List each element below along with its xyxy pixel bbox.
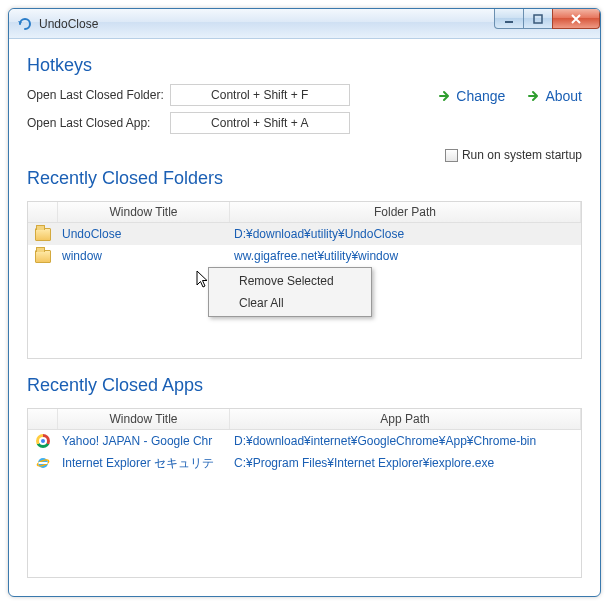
client-area: Hotkeys Open Last Closed Folder: Control… <box>9 39 600 596</box>
startup-checkbox[interactable] <box>445 149 458 162</box>
apps-list: Window Title App Path Yahoo! JAPAN - Goo… <box>27 408 582 578</box>
change-link-label: Change <box>456 88 505 104</box>
folder-row-title: window <box>58 249 230 263</box>
folder-row-path: D:¥download¥utility¥UndoClose <box>230 227 581 241</box>
folder-row-title: UndoClose <box>58 227 230 241</box>
window-controls <box>495 9 600 29</box>
close-button[interactable] <box>552 9 600 29</box>
about-link[interactable]: About <box>527 88 582 104</box>
svg-rect-1 <box>534 15 542 23</box>
app-row-title: Internet Explorer セキュリテ <box>58 455 230 472</box>
context-menu: Remove Selected Clear All <box>208 267 372 317</box>
arrow-right-icon <box>438 89 452 103</box>
app-row[interactable]: Yahoo! JAPAN - Google Chr D:¥download¥in… <box>28 430 581 452</box>
hotkey-folder-value[interactable]: Control + Shift + F <box>170 84 350 106</box>
apps-header: Window Title App Path <box>28 409 581 430</box>
hotkey-app-value[interactable]: Control + Shift + A <box>170 112 350 134</box>
apps-header-title[interactable]: Window Title <box>58 409 230 429</box>
folder-icon <box>28 228 58 241</box>
apps-header-path[interactable]: App Path <box>230 409 581 429</box>
menu-clear-all[interactable]: Clear All <box>211 292 369 314</box>
app-window: UndoClose Hotkeys Open Last Closed Folde… <box>8 8 601 597</box>
folder-icon <box>28 250 58 263</box>
minimize-button[interactable] <box>494 9 524 29</box>
about-link-label: About <box>545 88 582 104</box>
title-bar: UndoClose <box>9 9 600 39</box>
hotkeys-panel: Open Last Closed Folder: Control + Shift… <box>27 84 582 134</box>
app-row-path: D:¥download¥internet¥GoogleChrome¥App¥Ch… <box>230 434 581 448</box>
folders-heading: Recently Closed Folders <box>27 168 582 189</box>
svg-rect-4 <box>39 462 48 464</box>
hotkey-folder-label: Open Last Closed Folder: <box>27 88 164 102</box>
folders-header-path[interactable]: Folder Path <box>230 202 581 222</box>
startup-row: Run on system startup <box>27 148 582 162</box>
app-row-path: C:¥Program Files¥Internet Explorer¥iexpl… <box>230 456 581 470</box>
chrome-icon <box>28 434 58 448</box>
app-row-title: Yahoo! JAPAN - Google Chr <box>58 434 230 448</box>
folder-row[interactable]: window ww.gigafree.net¥utility¥window <box>28 245 581 267</box>
window-title: UndoClose <box>39 17 98 31</box>
startup-label: Run on system startup <box>462 148 582 162</box>
hotkey-app-label: Open Last Closed App: <box>27 116 164 130</box>
ie-icon <box>28 456 58 470</box>
app-icon <box>17 16 33 32</box>
folders-header-title[interactable]: Window Title <box>58 202 230 222</box>
apps-header-icon[interactable] <box>28 409 58 429</box>
folder-row-path: ww.gigafree.net¥utility¥window <box>230 249 581 263</box>
maximize-button[interactable] <box>523 9 553 29</box>
folders-header-icon[interactable] <box>28 202 58 222</box>
arrow-right-icon <box>527 89 541 103</box>
folder-row[interactable]: UndoClose D:¥download¥utility¥UndoClose <box>28 223 581 245</box>
apps-heading: Recently Closed Apps <box>27 375 582 396</box>
svg-rect-0 <box>505 21 513 23</box>
menu-remove-selected[interactable]: Remove Selected <box>211 270 369 292</box>
folders-header: Window Title Folder Path <box>28 202 581 223</box>
change-link[interactable]: Change <box>438 88 505 104</box>
hotkeys-heading: Hotkeys <box>27 55 582 76</box>
app-row[interactable]: Internet Explorer セキュリテ C:¥Program Files… <box>28 452 581 474</box>
